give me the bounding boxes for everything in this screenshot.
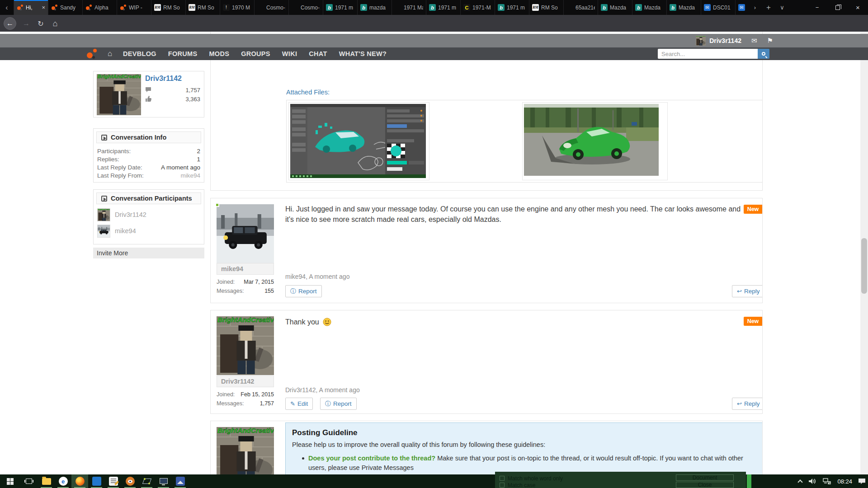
browser-tab[interactable]: 1971 Mazd xyxy=(392,0,426,15)
browser-tab[interactable]: Sandy xyxy=(48,0,82,15)
posting-guideline-box: Posting Guideline Please help us to impr… xyxy=(285,422,763,474)
tab-close-icon[interactable]: × xyxy=(42,4,45,11)
minimize-button[interactable]: − xyxy=(807,0,827,15)
browser-tab[interactable]: bMazda xyxy=(666,0,701,15)
taskbar-app-system-monitor[interactable] xyxy=(155,474,172,488)
nav-link-what-s-new-[interactable]: WHAT'S NEW? xyxy=(339,50,387,57)
report-button[interactable]: ⓘReport xyxy=(285,285,322,297)
browser-tab[interactable]: Cosmo-14 xyxy=(254,0,288,15)
browser-tab[interactable]: RMRM So xyxy=(529,0,563,15)
participant-row[interactable]: mike94 xyxy=(97,224,136,238)
author-name[interactable]: Driv3r1142 xyxy=(217,375,274,387)
start-button[interactable] xyxy=(0,474,20,488)
attachment-thumb[interactable] xyxy=(522,102,668,180)
hidden-icons-chevron[interactable] xyxy=(798,479,803,484)
report-button[interactable]: ⓘReport xyxy=(320,398,357,410)
close-button[interactable]: × xyxy=(848,0,868,15)
browser-tab[interactable]: Hi,× xyxy=(14,0,48,15)
action-center-icon[interactable] xyxy=(859,479,865,484)
reload-button[interactable]: ↻ xyxy=(34,17,47,30)
volume-icon[interactable] xyxy=(808,478,816,484)
browser-tab[interactable]: Alpha xyxy=(82,0,117,15)
inbox-envelope-icon[interactable]: ✉ xyxy=(751,37,757,45)
forum-search-button[interactable] xyxy=(758,49,769,59)
taskbar-app-blender[interactable] xyxy=(122,474,138,488)
back-button[interactable]: ← xyxy=(4,17,16,30)
taskbar-app-file-explorer[interactable] xyxy=(38,474,55,488)
browser-tab[interactable]: bMazda xyxy=(598,0,632,15)
beamng-logo-icon[interactable] xyxy=(87,49,100,59)
tab-title: 65aa21e56 xyxy=(576,5,595,11)
forum-home-icon[interactable]: ⌂ xyxy=(108,49,112,58)
browser-tab[interactable]: RMRM So xyxy=(185,0,220,15)
browser-tab[interactable]: !1970 M xyxy=(220,0,254,15)
participant-name[interactable]: Driv3r1142 xyxy=(115,211,146,218)
author-avatar[interactable] xyxy=(217,204,274,263)
close-button[interactable]: Close xyxy=(676,482,734,488)
nav-link-wiki[interactable]: WIKI xyxy=(282,50,297,57)
scrollbar-thumb[interactable] xyxy=(861,238,867,294)
nav-link-devblog[interactable]: DEVBLOG xyxy=(123,50,156,57)
clock[interactable]: 08:24 xyxy=(837,478,852,485)
browser-tab[interactable]: b1971 m xyxy=(426,0,460,15)
taskbar-app-firefox[interactable] xyxy=(71,474,88,488)
edit-button[interactable]: ✎Edit xyxy=(285,398,313,410)
browser-tab[interactable]: bmazda xyxy=(357,0,392,15)
browser-tab[interactable]: 65aa21e56 xyxy=(563,0,598,15)
participant-name[interactable]: mike94 xyxy=(115,227,136,235)
profile-messages-row: 1,757 xyxy=(145,87,200,94)
forward-button[interactable]: → xyxy=(20,17,33,30)
match-whole-word-checkbox[interactable] xyxy=(500,476,505,481)
browser-tab[interactable]: bMazda xyxy=(632,0,666,15)
profile-username-link[interactable]: Driv3r1142 xyxy=(145,75,182,83)
new-tab-button[interactable]: + xyxy=(762,3,775,12)
restore-button[interactable] xyxy=(827,0,848,15)
collapse-icon xyxy=(101,135,107,141)
taskbar-app-photos[interactable] xyxy=(88,474,105,488)
home-button[interactable]: ⌂ xyxy=(49,17,61,30)
conversation-info-header[interactable]: Conversation Info xyxy=(96,131,201,143)
nav-link-forums[interactable]: FORUMS xyxy=(168,50,198,57)
browser-tab[interactable]: C1971-M xyxy=(460,0,495,15)
nav-link-chat[interactable]: CHAT xyxy=(309,50,327,57)
participant-row[interactable]: Driv3r1142 xyxy=(97,208,146,221)
browser-tab[interactable]: b1971 m xyxy=(323,0,357,15)
userbar-avatar[interactable] xyxy=(696,36,706,46)
reply-button[interactable]: ↩Reply xyxy=(732,285,763,297)
browser-tab[interactable]: RMRM So xyxy=(151,0,185,15)
reply-button[interactable]: ↩Reply xyxy=(732,398,763,410)
taskbar-app-text-editor[interactable] xyxy=(105,474,122,488)
nav-link-mods[interactable]: MODS xyxy=(209,50,229,57)
firefox-icon xyxy=(75,477,85,486)
author-name[interactable]: mike94 xyxy=(217,263,274,275)
document-button[interactable]: Document xyxy=(676,474,734,481)
message-footer: Driv3r1142, A moment ago xyxy=(285,386,360,394)
browser-tab[interactable]: Cosmo-13 xyxy=(288,0,323,15)
tab-overflow-icon[interactable]: › xyxy=(748,4,762,11)
author-avatar[interactable] xyxy=(217,316,274,375)
alerts-flag-icon[interactable]: ⚑ xyxy=(767,37,773,45)
page-scrollbar[interactable] xyxy=(860,32,868,474)
tab-list-icon[interactable]: ∨ xyxy=(775,4,789,11)
browser-tab[interactable]: ✉ xyxy=(735,0,747,15)
match-case-checkbox[interactable] xyxy=(500,483,505,488)
nav-link-groups[interactable]: GROUPS xyxy=(241,50,270,57)
browser-tab[interactable]: WIP - xyxy=(117,0,151,15)
author-avatar[interactable] xyxy=(217,427,274,474)
participants-header[interactable]: Conversation Participants xyxy=(96,192,201,204)
taskbar-app-image-editor[interactable] xyxy=(172,474,189,488)
userbar-username[interactable]: Driv3r1142 xyxy=(709,37,741,44)
browser-tab[interactable]: ✉DSC01 xyxy=(701,0,735,15)
task-view-button[interactable] xyxy=(20,474,38,488)
taskbar-app-browser-circle[interactable]: e xyxy=(55,474,71,488)
forum-search-input[interactable]: Search... xyxy=(658,49,758,59)
browser-tab[interactable]: b1971 m xyxy=(495,0,529,15)
network-icon[interactable] xyxy=(823,478,831,484)
participants-title: Conversation Participants xyxy=(111,195,192,202)
profile-avatar[interactable] xyxy=(97,74,141,115)
invite-more-link[interactable]: Invite More xyxy=(93,248,204,258)
attachment-thumb[interactable] xyxy=(288,102,429,180)
forum-nav-bar: ⌂ DEVBLOGFORUMSMODSGROUPSWIKICHATWHAT'S … xyxy=(0,47,868,60)
taskbar-app-mesh-tool[interactable] xyxy=(138,474,155,488)
tab-scroll-left-icon[interactable]: ‹ xyxy=(0,0,14,15)
